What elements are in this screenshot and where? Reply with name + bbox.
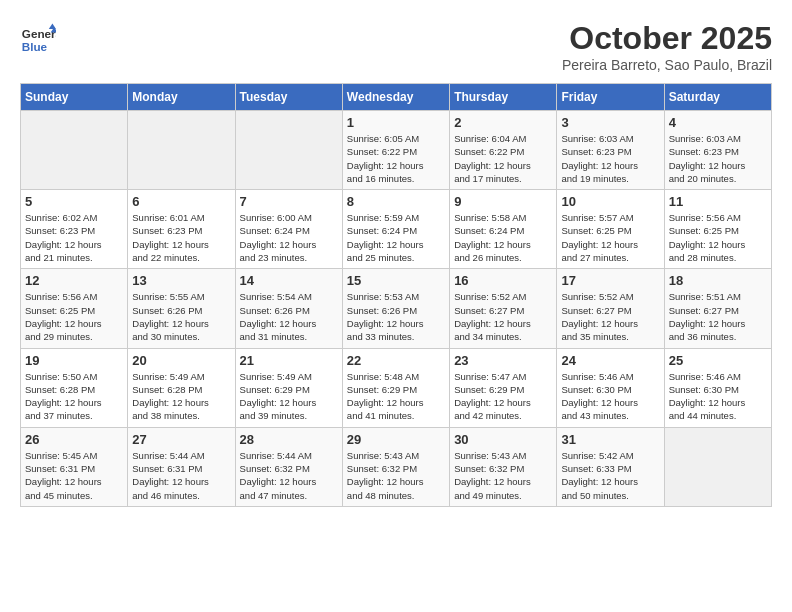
day-number: 14	[240, 273, 338, 288]
calendar-day-cell: 30Sunrise: 5:43 AM Sunset: 6:32 PM Dayli…	[450, 427, 557, 506]
calendar-day-cell: 5Sunrise: 6:02 AM Sunset: 6:23 PM Daylig…	[21, 190, 128, 269]
day-number: 10	[561, 194, 659, 209]
weekday-header: Wednesday	[342, 84, 449, 111]
day-info: Sunrise: 5:47 AM Sunset: 6:29 PM Dayligh…	[454, 370, 552, 423]
calendar-day-cell: 13Sunrise: 5:55 AM Sunset: 6:26 PM Dayli…	[128, 269, 235, 348]
day-info: Sunrise: 5:45 AM Sunset: 6:31 PM Dayligh…	[25, 449, 123, 502]
day-number: 28	[240, 432, 338, 447]
day-info: Sunrise: 5:46 AM Sunset: 6:30 PM Dayligh…	[669, 370, 767, 423]
calendar-table: SundayMondayTuesdayWednesdayThursdayFrid…	[20, 83, 772, 507]
calendar-day-cell: 20Sunrise: 5:49 AM Sunset: 6:28 PM Dayli…	[128, 348, 235, 427]
page-header: General Blue October 2025 Pereira Barret…	[20, 20, 772, 73]
day-info: Sunrise: 6:03 AM Sunset: 6:23 PM Dayligh…	[561, 132, 659, 185]
calendar-day-cell: 19Sunrise: 5:50 AM Sunset: 6:28 PM Dayli…	[21, 348, 128, 427]
day-info: Sunrise: 5:59 AM Sunset: 6:24 PM Dayligh…	[347, 211, 445, 264]
day-number: 20	[132, 353, 230, 368]
month-title: October 2025	[562, 20, 772, 57]
day-number: 25	[669, 353, 767, 368]
calendar-day-cell: 24Sunrise: 5:46 AM Sunset: 6:30 PM Dayli…	[557, 348, 664, 427]
day-info: Sunrise: 5:54 AM Sunset: 6:26 PM Dayligh…	[240, 290, 338, 343]
calendar-week-row: 5Sunrise: 6:02 AM Sunset: 6:23 PM Daylig…	[21, 190, 772, 269]
day-info: Sunrise: 6:01 AM Sunset: 6:23 PM Dayligh…	[132, 211, 230, 264]
day-info: Sunrise: 6:05 AM Sunset: 6:22 PM Dayligh…	[347, 132, 445, 185]
calendar-day-cell: 6Sunrise: 6:01 AM Sunset: 6:23 PM Daylig…	[128, 190, 235, 269]
calendar-day-cell: 15Sunrise: 5:53 AM Sunset: 6:26 PM Dayli…	[342, 269, 449, 348]
calendar-day-cell: 8Sunrise: 5:59 AM Sunset: 6:24 PM Daylig…	[342, 190, 449, 269]
day-info: Sunrise: 5:49 AM Sunset: 6:29 PM Dayligh…	[240, 370, 338, 423]
day-info: Sunrise: 5:56 AM Sunset: 6:25 PM Dayligh…	[669, 211, 767, 264]
weekday-header: Friday	[557, 84, 664, 111]
day-number: 23	[454, 353, 552, 368]
calendar-day-cell: 4Sunrise: 6:03 AM Sunset: 6:23 PM Daylig…	[664, 111, 771, 190]
day-info: Sunrise: 5:50 AM Sunset: 6:28 PM Dayligh…	[25, 370, 123, 423]
calendar-day-cell: 28Sunrise: 5:44 AM Sunset: 6:32 PM Dayli…	[235, 427, 342, 506]
day-info: Sunrise: 5:42 AM Sunset: 6:33 PM Dayligh…	[561, 449, 659, 502]
weekday-header: Saturday	[664, 84, 771, 111]
title-block: October 2025 Pereira Barreto, Sao Paulo,…	[562, 20, 772, 73]
calendar-day-cell: 18Sunrise: 5:51 AM Sunset: 6:27 PM Dayli…	[664, 269, 771, 348]
day-number: 11	[669, 194, 767, 209]
day-number: 19	[25, 353, 123, 368]
calendar-day-cell	[664, 427, 771, 506]
day-info: Sunrise: 5:58 AM Sunset: 6:24 PM Dayligh…	[454, 211, 552, 264]
day-info: Sunrise: 6:00 AM Sunset: 6:24 PM Dayligh…	[240, 211, 338, 264]
calendar-day-cell	[235, 111, 342, 190]
day-info: Sunrise: 5:53 AM Sunset: 6:26 PM Dayligh…	[347, 290, 445, 343]
day-number: 13	[132, 273, 230, 288]
day-number: 18	[669, 273, 767, 288]
calendar-day-cell: 14Sunrise: 5:54 AM Sunset: 6:26 PM Dayli…	[235, 269, 342, 348]
calendar-day-cell: 7Sunrise: 6:00 AM Sunset: 6:24 PM Daylig…	[235, 190, 342, 269]
location: Pereira Barreto, Sao Paulo, Brazil	[562, 57, 772, 73]
day-info: Sunrise: 5:52 AM Sunset: 6:27 PM Dayligh…	[454, 290, 552, 343]
calendar-week-row: 1Sunrise: 6:05 AM Sunset: 6:22 PM Daylig…	[21, 111, 772, 190]
calendar-day-cell	[128, 111, 235, 190]
day-number: 24	[561, 353, 659, 368]
day-number: 12	[25, 273, 123, 288]
day-number: 22	[347, 353, 445, 368]
day-number: 9	[454, 194, 552, 209]
day-info: Sunrise: 5:43 AM Sunset: 6:32 PM Dayligh…	[454, 449, 552, 502]
day-info: Sunrise: 5:44 AM Sunset: 6:32 PM Dayligh…	[240, 449, 338, 502]
weekday-header: Monday	[128, 84, 235, 111]
calendar-day-cell: 29Sunrise: 5:43 AM Sunset: 6:32 PM Dayli…	[342, 427, 449, 506]
weekday-header: Tuesday	[235, 84, 342, 111]
calendar-week-row: 26Sunrise: 5:45 AM Sunset: 6:31 PM Dayli…	[21, 427, 772, 506]
calendar-day-cell: 12Sunrise: 5:56 AM Sunset: 6:25 PM Dayli…	[21, 269, 128, 348]
day-number: 5	[25, 194, 123, 209]
day-number: 17	[561, 273, 659, 288]
day-info: Sunrise: 6:02 AM Sunset: 6:23 PM Dayligh…	[25, 211, 123, 264]
calendar-day-cell: 10Sunrise: 5:57 AM Sunset: 6:25 PM Dayli…	[557, 190, 664, 269]
day-info: Sunrise: 5:51 AM Sunset: 6:27 PM Dayligh…	[669, 290, 767, 343]
calendar-day-cell: 23Sunrise: 5:47 AM Sunset: 6:29 PM Dayli…	[450, 348, 557, 427]
day-number: 31	[561, 432, 659, 447]
calendar-day-cell: 11Sunrise: 5:56 AM Sunset: 6:25 PM Dayli…	[664, 190, 771, 269]
day-number: 29	[347, 432, 445, 447]
calendar-day-cell: 3Sunrise: 6:03 AM Sunset: 6:23 PM Daylig…	[557, 111, 664, 190]
day-number: 16	[454, 273, 552, 288]
svg-text:Blue: Blue	[22, 40, 48, 53]
weekday-header-row: SundayMondayTuesdayWednesdayThursdayFrid…	[21, 84, 772, 111]
calendar-week-row: 19Sunrise: 5:50 AM Sunset: 6:28 PM Dayli…	[21, 348, 772, 427]
calendar-day-cell: 26Sunrise: 5:45 AM Sunset: 6:31 PM Dayli…	[21, 427, 128, 506]
day-info: Sunrise: 5:52 AM Sunset: 6:27 PM Dayligh…	[561, 290, 659, 343]
day-number: 2	[454, 115, 552, 130]
calendar-day-cell: 2Sunrise: 6:04 AM Sunset: 6:22 PM Daylig…	[450, 111, 557, 190]
day-number: 30	[454, 432, 552, 447]
day-number: 15	[347, 273, 445, 288]
day-number: 1	[347, 115, 445, 130]
calendar-day-cell: 22Sunrise: 5:48 AM Sunset: 6:29 PM Dayli…	[342, 348, 449, 427]
day-info: Sunrise: 6:03 AM Sunset: 6:23 PM Dayligh…	[669, 132, 767, 185]
day-info: Sunrise: 5:44 AM Sunset: 6:31 PM Dayligh…	[132, 449, 230, 502]
calendar-day-cell: 1Sunrise: 6:05 AM Sunset: 6:22 PM Daylig…	[342, 111, 449, 190]
calendar-day-cell: 25Sunrise: 5:46 AM Sunset: 6:30 PM Dayli…	[664, 348, 771, 427]
day-info: Sunrise: 5:49 AM Sunset: 6:28 PM Dayligh…	[132, 370, 230, 423]
day-info: Sunrise: 5:43 AM Sunset: 6:32 PM Dayligh…	[347, 449, 445, 502]
day-number: 27	[132, 432, 230, 447]
day-number: 3	[561, 115, 659, 130]
logo: General Blue	[20, 20, 56, 56]
calendar-day-cell: 9Sunrise: 5:58 AM Sunset: 6:24 PM Daylig…	[450, 190, 557, 269]
calendar-day-cell: 16Sunrise: 5:52 AM Sunset: 6:27 PM Dayli…	[450, 269, 557, 348]
day-number: 8	[347, 194, 445, 209]
calendar-day-cell: 21Sunrise: 5:49 AM Sunset: 6:29 PM Dayli…	[235, 348, 342, 427]
day-info: Sunrise: 5:48 AM Sunset: 6:29 PM Dayligh…	[347, 370, 445, 423]
